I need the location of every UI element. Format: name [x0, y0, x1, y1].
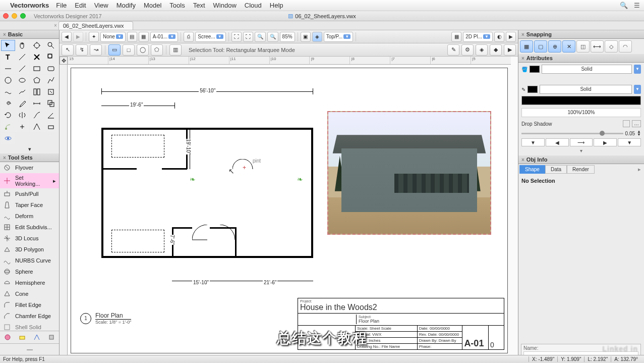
menu-text[interactable]: Text — [193, 2, 205, 9]
mode-freehand-icon[interactable]: ◯ — [137, 44, 149, 56]
shadow-checkbox[interactable] — [623, 120, 630, 127]
plane-icon[interactable]: ◈ — [312, 32, 322, 42]
gear-icon[interactable]: ⚙ — [461, 44, 474, 56]
drawing-canvas[interactable]: 15|14|13 |12|11|10 |9|8|7 |6|5 ✥ 56'-10" — [60, 57, 518, 363]
shadow-slider[interactable] — [521, 133, 623, 134]
toolset-3dlocus[interactable]: 3D Locus — [0, 233, 59, 244]
spotlight-icon[interactable]: 🔍 — [620, 2, 628, 9]
objinfo-tab-render[interactable]: Render — [567, 165, 595, 174]
toolset-sphere[interactable]: Sphere — [0, 266, 59, 277]
delete-tool[interactable] — [30, 51, 44, 63]
angle-tool[interactable] — [44, 110, 58, 121]
offset-tool[interactable] — [44, 98, 58, 109]
snap-intersect-icon[interactable]: ✕ — [562, 40, 575, 53]
minimize-window-button[interactable] — [12, 13, 17, 19]
freehand-tool[interactable] — [1, 86, 15, 97]
rotate-tool[interactable] — [1, 110, 15, 121]
mode-lasso-icon[interactable]: ↯ — [76, 44, 88, 56]
toolset-hemisphere[interactable]: Hemisphere — [0, 277, 59, 288]
close-window-button[interactable] — [3, 13, 9, 19]
line-tool-diag[interactable] — [16, 51, 30, 63]
polygon-tool[interactable] — [30, 75, 44, 86]
app-name[interactable]: Vectorworks — [10, 2, 49, 9]
menu-model[interactable]: Model — [144, 2, 161, 9]
class-select[interactable]: None▼ — [100, 32, 126, 42]
nav-back-button[interactable]: ◀ — [62, 32, 72, 42]
toolset-mode-3[interactable] — [30, 332, 44, 342]
eyedropper-tool[interactable] — [16, 98, 30, 109]
toolset-setworking[interactable]: Set Working...▸ — [0, 173, 59, 188]
scale-select[interactable]: Scree...▼ — [195, 32, 225, 42]
floor-plan-viewport[interactable]: 56'-10" 19'-6" — [101, 88, 313, 270]
render-box-icon[interactable]: ▦ — [451, 32, 461, 42]
circle-tool[interactable] — [1, 75, 15, 86]
class-options-icon[interactable]: ✦ — [89, 32, 99, 42]
locus-tool[interactable] — [16, 121, 30, 132]
ruler-origin-icon[interactable]: ✥ — [60, 57, 68, 65]
rectangle-tool[interactable] — [30, 63, 44, 74]
mode-poly-icon[interactable]: ↝ — [90, 44, 102, 56]
line-mode-select[interactable]: Solid — [540, 85, 632, 94]
toolset-flyover[interactable]: Flyover — [0, 162, 59, 173]
polyline-tool[interactable] — [44, 75, 58, 86]
basic-palette-more[interactable]: ▾ — [0, 145, 59, 153]
line-color-swatch[interactable] — [528, 86, 538, 93]
snap-grid-icon[interactable]: ▦ — [520, 40, 533, 53]
toolset-taperface[interactable]: Taper Face — [0, 199, 59, 211]
title-block[interactable]: Project: House in the Woods2 Subject: Fl… — [298, 298, 504, 350]
marker-start-select[interactable]: ▼ — [521, 138, 545, 146]
toolset-mode-4[interactable] — [44, 332, 58, 342]
marker-end-preview[interactable]: ▶ — [594, 138, 617, 146]
toolset-mode-5[interactable] — [1, 345, 58, 355]
snap-smart-icon[interactable]: ◫ — [576, 40, 590, 53]
fill-mode-select[interactable]: Solid — [542, 65, 632, 74]
mode-rect-icon[interactable]: □ — [123, 44, 135, 56]
fill-bucket-icon[interactable]: 🪣 — [521, 67, 528, 72]
objinfo-tab-shape[interactable]: Shape — [519, 165, 545, 174]
palette-close-icon[interactable]: × — [521, 56, 524, 61]
menu-tools[interactable]: Tools — [169, 2, 185, 9]
mode-single-icon[interactable]: ↖ — [62, 44, 74, 56]
toolset-chamferedge[interactable]: Chamfer Edge — [0, 310, 59, 322]
quick-pref-icon[interactable]: ✎ — [447, 44, 459, 56]
double-line-tool[interactable] — [16, 86, 30, 97]
line-tool[interactable] — [1, 63, 15, 74]
menu-file[interactable]: File — [56, 2, 67, 9]
mode-marquee-icon[interactable]: ▭ — [108, 44, 121, 56]
symbol-tool[interactable] — [1, 121, 15, 132]
toolset-pushpull[interactable]: Push/Pull — [0, 188, 59, 199]
menu-edit[interactable]: Edit — [75, 2, 86, 9]
zoom-out-icon[interactable]: 🔍 — [267, 32, 278, 42]
cube-icon[interactable]: ◈ — [476, 44, 488, 56]
saved-view-icon[interactable]: ⎙ — [184, 32, 194, 42]
toolset-mode-1[interactable] — [1, 332, 15, 342]
fill-dropdown[interactable]: ▼ — [634, 65, 641, 74]
render-select[interactable]: 2D Pl...▼ — [463, 32, 493, 42]
layer-options-icon[interactable]: ▤ — [127, 32, 137, 42]
menu-cloud[interactable]: Cloud — [245, 2, 262, 9]
pan-tool[interactable] — [16, 40, 30, 51]
visibility-tool[interactable] — [1, 133, 15, 144]
marker-start-preview[interactable]: ◀ — [546, 138, 569, 146]
pen-icon[interactable]: ✎ — [521, 87, 525, 92]
toolset-deform[interactable]: Deform — [0, 211, 59, 222]
zoom-in-icon[interactable]: 🔍 — [255, 32, 266, 42]
palette-close-icon[interactable]: × — [521, 157, 524, 163]
menu-help[interactable]: Help — [270, 2, 283, 9]
line-dropdown[interactable]: ▼ — [634, 85, 641, 94]
mode-polygon-icon[interactable]: ⬠ — [151, 44, 163, 56]
nav-fwd-button[interactable]: ▶ — [73, 32, 83, 42]
render-more-icon[interactable]: ◐ — [494, 32, 504, 42]
arc-tool[interactable] — [16, 63, 30, 74]
menu-extras-icon[interactable]: ☰ — [634, 2, 640, 9]
menu-view[interactable]: View — [94, 2, 108, 9]
mirror-tool[interactable] — [16, 110, 30, 121]
toolset-shellsolid[interactable]: Shell Solid — [0, 322, 59, 331]
palette-close-icon[interactable]: × — [3, 32, 6, 37]
fit-page-icon[interactable]: ⛶ — [231, 32, 242, 42]
marker-link[interactable]: ⟶ — [570, 138, 593, 146]
cube2-icon[interactable]: ◆ — [490, 44, 502, 56]
zoom-field[interactable]: 85% — [280, 32, 295, 42]
objinfo-scroll-icon[interactable]: ▸ — [636, 165, 643, 174]
toolset-cone[interactable]: Cone — [0, 288, 59, 299]
